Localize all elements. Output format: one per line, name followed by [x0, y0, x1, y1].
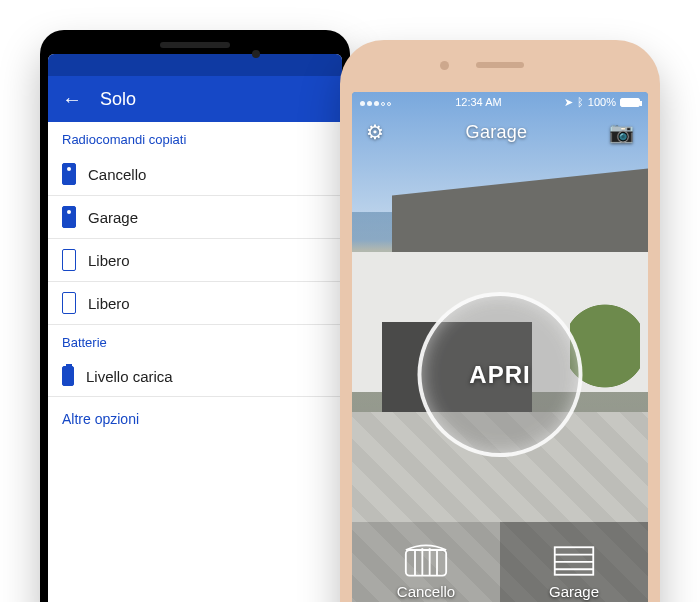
android-statusbar: [48, 54, 342, 76]
row-label: Libero: [88, 252, 130, 269]
ios-statusbar: 12:34 AM ➤ ᛒ 100%: [352, 92, 648, 112]
tab-cancello[interactable]: Cancello: [352, 522, 500, 602]
row-cancello[interactable]: Cancello: [48, 153, 342, 196]
remote-empty-icon: [62, 292, 76, 314]
app-bar-title: Solo: [100, 89, 136, 110]
phone-earpiece: [476, 62, 524, 68]
remote-empty-icon: [62, 249, 76, 271]
open-button-label: APRI: [469, 361, 530, 389]
android-phone-frame: ← Solo Radiocomandi copiati Cancello Gar…: [40, 30, 350, 602]
remote-icon: [62, 163, 76, 185]
section-radio-title: Radiocomandi copiati: [48, 122, 342, 153]
gear-icon[interactable]: ⚙: [366, 120, 384, 144]
camera-icon[interactable]: 📷: [609, 120, 634, 144]
android-screen: ← Solo Radiocomandi copiati Cancello Gar…: [48, 54, 342, 602]
gate-icon: [404, 543, 448, 579]
location-icon: ➤: [564, 96, 573, 109]
open-button[interactable]: APRI: [418, 292, 583, 457]
signal-dots-icon: [360, 96, 393, 108]
bluetooth-icon: ᛒ: [577, 96, 584, 108]
more-options-link[interactable]: Altre opzioni: [48, 397, 342, 441]
row-label: Cancello: [88, 166, 146, 183]
row-garage[interactable]: Garage: [48, 196, 342, 239]
phone-speaker: [160, 42, 230, 48]
phone-front-cam: [440, 61, 449, 70]
tab-label: Cancello: [397, 583, 455, 600]
battery-icon: [62, 366, 74, 386]
row-label: Livello carica: [86, 368, 173, 385]
back-icon[interactable]: ←: [62, 89, 82, 109]
status-time: 12:34 AM: [455, 96, 501, 108]
row-libero-2[interactable]: Libero: [48, 282, 342, 325]
row-libero-1[interactable]: Libero: [48, 239, 342, 282]
status-right: ➤ ᛒ 100%: [564, 96, 640, 109]
battery-percent: 100%: [588, 96, 616, 108]
remote-icon: [62, 206, 76, 228]
garage-title: Garage: [466, 122, 528, 143]
settings-list: Radiocomandi copiati Cancello Garage Lib…: [48, 122, 342, 602]
tab-label: Garage: [549, 583, 599, 600]
iphone-frame: 12:34 AM ➤ ᛒ 100% ⚙ Garage 📷 APRI: [340, 40, 660, 602]
phone-sensor: [252, 50, 260, 58]
battery-icon: [620, 98, 640, 107]
garage-header: ⚙ Garage 📷: [352, 112, 648, 152]
tab-garage[interactable]: Garage: [500, 522, 648, 602]
row-battery-level[interactable]: Livello carica: [48, 356, 342, 397]
iphone-screen: 12:34 AM ➤ ᛒ 100% ⚙ Garage 📷 APRI: [352, 92, 648, 602]
section-battery-title: Batterie: [48, 325, 342, 356]
row-label: Libero: [88, 295, 130, 312]
bottom-tabs: Cancello Garage: [352, 522, 648, 602]
row-label: Garage: [88, 209, 138, 226]
garage-door-icon: [552, 543, 596, 579]
app-bar: ← Solo: [48, 76, 342, 122]
svg-rect-0: [406, 550, 446, 576]
